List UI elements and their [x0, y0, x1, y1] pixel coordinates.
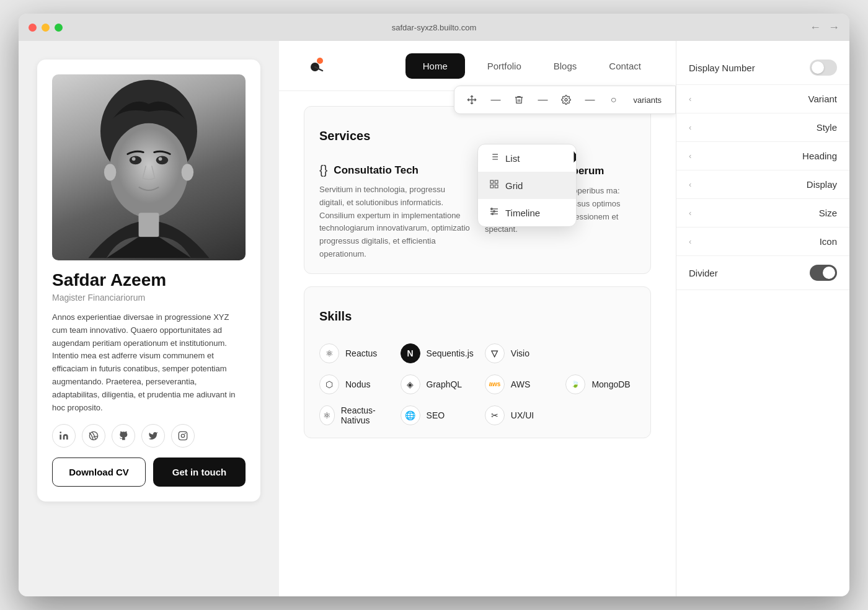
linkedin-icon[interactable] — [52, 424, 76, 448]
display-number-toggle[interactable] — [810, 60, 837, 76]
svg-rect-26 — [490, 185, 494, 188]
svg-point-10 — [89, 432, 97, 440]
logo-icon — [304, 51, 331, 78]
fullscreen-button[interactable] — [55, 24, 63, 32]
profile-bio: Annos experientiae diversae in progressi… — [52, 311, 246, 414]
nav-arrows: ← → — [810, 21, 839, 34]
service-title-1: Consultatio Tech — [334, 164, 418, 177]
uxui-icon: ✂ — [485, 405, 505, 425]
cursor-icon — [571, 149, 577, 167]
svg-point-17 — [565, 99, 567, 101]
variant-chevron-icon: ‹ — [689, 94, 691, 104]
svg-point-34 — [492, 213, 494, 215]
skill-item-uxui: ✂ UX/UI — [485, 405, 555, 425]
svg-point-12 — [181, 435, 184, 438]
menu-item-timeline[interactable]: Timeline — [478, 199, 576, 226]
nav-portfolio-link[interactable]: Portfolio — [477, 53, 531, 79]
svg-point-2 — [130, 156, 142, 164]
reactus-icon: ⚛ — [319, 343, 339, 363]
social-icons — [52, 424, 246, 448]
service-item-1: {} Consultatio Tech Servitium in technol… — [319, 163, 470, 261]
panel-row-heading[interactable]: ‹ Heading — [676, 142, 849, 170]
settings-icon[interactable] — [557, 91, 575, 108]
menu-item-grid[interactable]: Grid — [478, 172, 576, 199]
dash3-icon[interactable]: — — [581, 91, 598, 108]
panel-row-style[interactable]: ‹ Style — [676, 113, 849, 142]
skill-name-graphql: GraphQL — [427, 379, 463, 389]
variants-button[interactable]: variants — [628, 93, 666, 107]
services-section: Services {} Consultatio Tech Servitium i… — [304, 106, 651, 274]
svg-rect-27 — [495, 185, 498, 188]
nav-home-button[interactable]: Home — [405, 53, 465, 79]
heading-chevron-icon: ‹ — [689, 151, 691, 161]
aws-icon: aws — [485, 374, 505, 394]
github-icon[interactable] — [112, 424, 135, 448]
top-nav: Home Portfolio Blogs Contact — [279, 41, 676, 91]
url-text: safdar-syxz8.builto.com — [392, 23, 477, 32]
titlebar: safdar-syxz8.builto.com ← → — [19, 14, 849, 41]
menu-item-list-label: List — [505, 153, 520, 164]
close-button[interactable] — [29, 24, 37, 32]
content-scroll[interactable]: Services {} Consultatio Tech Servitium i… — [279, 91, 676, 596]
panel-row-size[interactable]: ‹ Size — [676, 199, 849, 228]
download-cv-button[interactable]: Download CV — [52, 457, 146, 487]
svg-point-32 — [491, 208, 493, 210]
dribbble-icon[interactable] — [82, 424, 105, 448]
toolbar: — — — ○ variants — [454, 86, 676, 114]
profile-name: Safdar Azeem — [52, 270, 246, 290]
mongodb-icon: 🍃 — [565, 374, 585, 394]
variant-label: Variant — [808, 94, 837, 104]
move-icon[interactable] — [463, 91, 480, 108]
forward-icon[interactable]: → — [828, 21, 839, 34]
skill-item-mongodb: 🍃 MongoDB — [565, 374, 636, 394]
list-icon — [489, 152, 499, 164]
svg-point-13 — [185, 433, 185, 434]
divider-label: Divider — [689, 268, 718, 278]
seo-icon: 🌐 — [401, 405, 420, 425]
nodus-icon: ⬡ — [319, 374, 339, 394]
panel-row-icon[interactable]: ‹ Icon — [676, 228, 849, 256]
style-label: Style — [817, 122, 837, 133]
service-header-1: {} Consultatio Tech — [319, 163, 470, 177]
svg-point-4 — [132, 157, 136, 161]
profile-card: Safdar Azeem Magister Financiariorum Ann… — [37, 60, 260, 502]
profile-photo — [52, 74, 246, 260]
instagram-icon[interactable] — [171, 424, 195, 448]
skill-name-mongodb: MongoDB — [591, 379, 630, 389]
panel-row-variant[interactable]: ‹ Variant — [676, 85, 849, 113]
reactus-nativus-icon: ⚛ — [319, 405, 335, 425]
menu-item-list[interactable]: List — [478, 144, 576, 172]
menu-item-grid-label: Grid — [505, 180, 523, 191]
twitter-icon[interactable] — [141, 424, 165, 448]
dash2-icon[interactable]: — — [534, 91, 551, 108]
back-icon[interactable]: ← — [810, 21, 821, 34]
services-heading: Services — [319, 119, 636, 151]
browser-window: safdar-syxz8.builto.com ← → — [19, 14, 849, 596]
skills-heading: Skills — [319, 299, 636, 331]
svg-point-3 — [156, 156, 169, 164]
traffic-lights — [29, 24, 63, 32]
circle-icon[interactable]: ○ — [604, 91, 622, 108]
nav-blogs-link[interactable]: Blogs — [544, 53, 587, 79]
get-in-touch-button[interactable]: Get in touch — [153, 457, 246, 487]
minimize-button[interactable] — [42, 24, 50, 32]
nav-contact-link[interactable]: Contact — [599, 53, 651, 79]
main-content: Safdar Azeem Magister Financiariorum Ann… — [19, 41, 849, 596]
svg-point-5 — [159, 157, 162, 161]
heading-label: Heading — [802, 151, 837, 161]
skill-item-visio: ▽ Visio — [485, 343, 555, 363]
divider-toggle[interactable] — [810, 265, 837, 281]
nav-logo — [304, 51, 331, 81]
trash-icon[interactable] — [510, 91, 528, 108]
service-desc-1: Servitium in technologia, progressu digi… — [319, 183, 470, 261]
svg-rect-6 — [138, 213, 159, 237]
skill-item-empty1 — [565, 343, 636, 363]
visio-icon: ▽ — [485, 343, 505, 363]
panel-row-display-number: Display Number — [676, 51, 849, 85]
dash-icon[interactable]: — — [487, 91, 504, 108]
svg-point-7 — [104, 164, 117, 180]
skill-name-uxui: UX/UI — [511, 410, 534, 420]
skill-name-sequentis: Sequentis.js — [427, 348, 474, 358]
service-icon-1: {} — [319, 163, 327, 177]
panel-row-display[interactable]: ‹ Display — [676, 170, 849, 199]
